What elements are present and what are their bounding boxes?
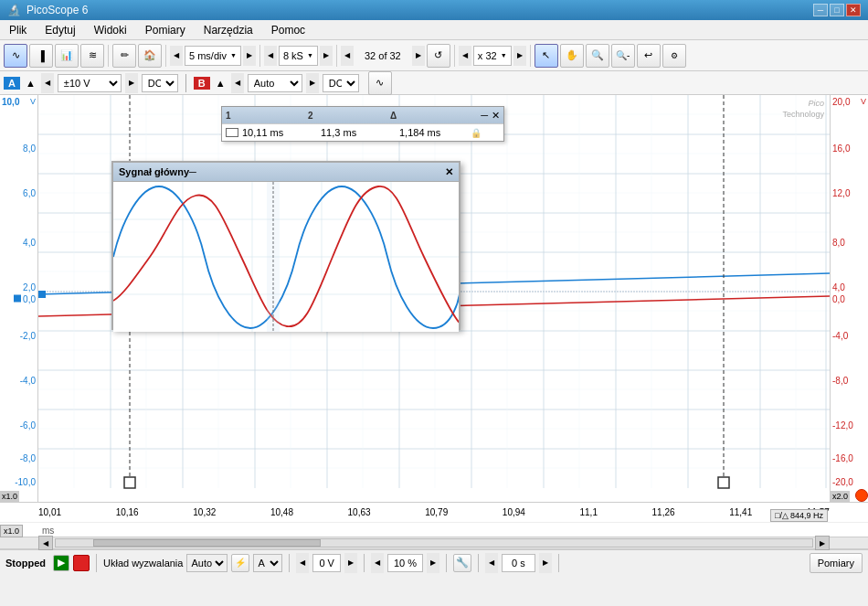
timebase-select[interactable]: 5 ms/div	[185, 46, 241, 66]
channel-b-label[interactable]: B	[194, 77, 210, 90]
menu-edytuj[interactable]: Edytuj	[36, 22, 84, 38]
signal-mixed-button[interactable]: ≋	[80, 44, 104, 68]
ch-b-voltage-select[interactable]: Auto	[248, 74, 302, 92]
x-unit-text: ms	[42, 526, 54, 536]
meas-col1-header: 1	[226, 111, 308, 121]
channel-a-label[interactable]: A	[4, 77, 20, 90]
x-axis-unit-row: x1.0 ms	[0, 522, 868, 537]
menu-pomiary[interactable]: Pomiary	[136, 22, 195, 38]
menu-plik[interactable]: Plik	[0, 22, 36, 38]
ch-b-dot[interactable]	[855, 489, 868, 502]
settings-button[interactable]: ⚙	[662, 44, 686, 68]
menu-pomoc[interactable]: Pomoc	[262, 22, 314, 38]
menu-narzedzia[interactable]: Narzędzia	[195, 22, 262, 38]
ch-a-voltage-next[interactable]: ▶	[125, 73, 138, 93]
zoom-in-button[interactable]: 🔍	[586, 44, 609, 68]
scroll-track[interactable]	[55, 538, 813, 548]
cursor-arrow-button[interactable]: ↖	[535, 44, 558, 68]
capture-next[interactable]: ▶	[412, 46, 425, 66]
samples-prev[interactable]: ◀	[264, 46, 277, 66]
trigger-icon-btn[interactable]: ⚡	[231, 554, 249, 572]
y-right-16: 16,0	[832, 144, 850, 154]
samples-select[interactable]: 8 kS	[279, 46, 318, 66]
zoom-pct-next[interactable]: ▶	[427, 553, 439, 573]
sep3	[364, 554, 365, 572]
timebase-prev[interactable]: ◀	[170, 46, 183, 66]
zoom-select[interactable]: x 32	[473, 46, 512, 66]
capture-prev[interactable]: ◀	[341, 46, 354, 66]
run-btn[interactable]: ▶	[53, 555, 69, 571]
x-label-8: 11,26	[652, 507, 675, 517]
meas-minimize-btn[interactable]: ─	[481, 110, 488, 121]
wrench-btn[interactable]: 🔧	[453, 554, 471, 572]
ch-a-voltage-prev[interactable]: ◀	[41, 73, 54, 93]
close-button[interactable]: ✕	[846, 4, 861, 16]
ch-b-voltage-next[interactable]: ▶	[306, 73, 319, 93]
ch-a-voltage-select[interactable]: ±10 V	[58, 74, 122, 92]
freq-display: □/△ 844,9 Hz	[770, 509, 828, 522]
ruler-button[interactable]: 🏠	[138, 44, 162, 68]
y-right-unit: V	[861, 97, 866, 106]
voltage-offset-display: 0 V	[312, 554, 341, 572]
trigger-select[interactable]: Auto	[186, 554, 228, 572]
time-offset-prev[interactable]: ◀	[485, 553, 498, 573]
measurements-btn[interactable]: Pomiary	[810, 553, 863, 573]
time-offset-next[interactable]: ▶	[539, 553, 552, 573]
ch-a-separator: ▲	[26, 78, 36, 89]
meas-close-btn[interactable]: ✕	[492, 110, 500, 122]
meas-col2-header: 2	[308, 111, 390, 121]
y-left-8: 8,0	[23, 144, 36, 154]
y-right-zoom: x2.0	[831, 491, 850, 502]
y-left-neg6: -6,0	[20, 420, 36, 431]
ch-b-coupling-select[interactable]: DC	[323, 74, 359, 92]
meas-header[interactable]: 1 2 Δ ─ ✕	[222, 107, 503, 123]
math-button[interactable]: ∿	[368, 71, 392, 95]
x-label-7: 11,1	[579, 507, 597, 517]
voltage-offset-prev[interactable]: ◀	[296, 553, 309, 573]
zoom-prev[interactable]: ◀	[459, 46, 471, 66]
scope-canvas: Pico Technology 1 2 Δ ─ ✕ 10,11 ms 11,3 …	[38, 95, 830, 502]
undo-button[interactable]: ↩	[637, 44, 661, 68]
signal-bar-button[interactable]: ▐	[29, 44, 53, 68]
inset-close-btn[interactable]: ✕	[445, 166, 453, 178]
cursor-drag-button[interactable]: ✋	[560, 44, 584, 68]
timebase-next[interactable]: ▶	[243, 46, 256, 66]
scroll-thumb[interactable]	[93, 539, 320, 547]
y-left-zoom: x1.0	[0, 491, 19, 502]
stop-btn[interactable]	[73, 555, 90, 571]
ch-a-coupling-select[interactable]: DC	[142, 74, 178, 92]
ch-a-zero-handle[interactable]	[38, 291, 46, 298]
samples-next[interactable]: ▶	[320, 46, 333, 66]
maximize-button[interactable]: □	[830, 4, 844, 16]
y-right-4: 4,0	[832, 282, 845, 292]
app-title: 🔬 PicoScope 6	[7, 4, 813, 16]
main-area: 10,0 V 8,0 6,0 4,0 2,0 0,0 -2,0 -4,0 -6,…	[0, 95, 868, 502]
status-bar: Stopped ▶ Układ wyzwalania Auto ⚡ A ◀ 0 …	[0, 549, 868, 575]
y-left-zero-marker[interactable]	[14, 295, 21, 303]
y-left-4: 4,0	[23, 238, 36, 248]
svg-rect-48	[718, 477, 729, 488]
signal-sine-button[interactable]: ∿	[4, 44, 27, 68]
sep6	[558, 554, 559, 572]
menu-widoki[interactable]: Widoki	[85, 22, 136, 38]
inset-header[interactable]: Sygnał główny ─ ✕	[113, 163, 459, 181]
trigger-channel-select[interactable]: A	[253, 554, 282, 572]
zoom-next[interactable]: ▶	[513, 46, 526, 66]
ch-b-voltage-prev[interactable]: ◀	[231, 73, 244, 93]
voltage-offset-next[interactable]: ▶	[344, 553, 357, 573]
capture-refresh[interactable]: ↺	[427, 44, 450, 68]
inset-minimize-btn[interactable]: ─	[189, 166, 196, 177]
meas-checkbox[interactable]	[226, 128, 238, 137]
y-left-0: 0,0	[14, 293, 36, 303]
x-label-3: 10,48	[270, 507, 293, 517]
scroll-right-btn[interactable]: ▶	[815, 536, 830, 550]
signal-fft-button[interactable]: 📊	[55, 44, 79, 68]
measurement-box: 1 2 Δ ─ ✕ 10,11 ms 11,3 ms 1,184 ms 🔒	[221, 106, 504, 142]
toolbar-sep4	[336, 45, 337, 67]
y-right-8: 8,0	[832, 238, 845, 248]
draw-button[interactable]: ✏	[112, 44, 136, 68]
zoom-pct-prev[interactable]: ◀	[371, 553, 384, 573]
scroll-left-btn[interactable]: ◀	[38, 536, 53, 550]
minimize-button[interactable]: ─	[813, 4, 828, 16]
zoom-out-button[interactable]: 🔍-	[611, 44, 635, 68]
